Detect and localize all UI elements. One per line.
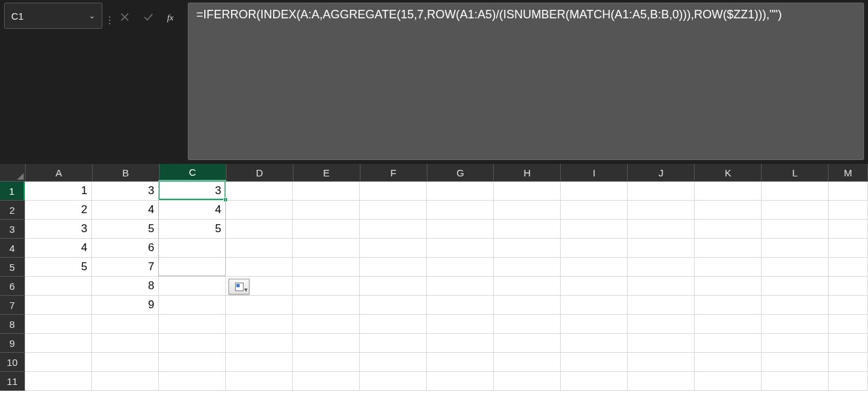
cell-D10[interactable] bbox=[226, 353, 293, 372]
cell-J2[interactable] bbox=[628, 201, 695, 220]
cell-M11[interactable] bbox=[829, 372, 868, 391]
cell-H9[interactable] bbox=[494, 334, 561, 353]
cell-G9[interactable] bbox=[427, 334, 494, 353]
cell-L3[interactable] bbox=[762, 220, 829, 239]
cell-F6[interactable] bbox=[360, 277, 427, 296]
cell-M1[interactable] bbox=[829, 182, 868, 201]
cell-H7[interactable] bbox=[494, 296, 561, 315]
column-header-f[interactable]: F bbox=[360, 164, 427, 181]
row-header-7[interactable]: 7 bbox=[0, 296, 25, 315]
cell-D4[interactable] bbox=[226, 239, 293, 258]
cell-H8[interactable] bbox=[494, 315, 561, 334]
cell-G6[interactable] bbox=[427, 277, 494, 296]
cell-A10[interactable] bbox=[25, 353, 92, 372]
cell-G10[interactable] bbox=[427, 353, 494, 372]
cell-C2[interactable]: 4 bbox=[159, 201, 226, 220]
cell-M9[interactable] bbox=[829, 334, 868, 353]
cell-A5[interactable]: 5 bbox=[25, 258, 92, 277]
cell-F8[interactable] bbox=[360, 315, 427, 334]
cell-G2[interactable] bbox=[427, 201, 494, 220]
column-header-l[interactable]: L bbox=[762, 164, 829, 181]
cell-K8[interactable] bbox=[695, 315, 762, 334]
cell-J1[interactable] bbox=[628, 182, 695, 201]
cell-F9[interactable] bbox=[360, 334, 427, 353]
cell-A4[interactable]: 4 bbox=[25, 239, 92, 258]
cell-C11[interactable] bbox=[159, 372, 226, 391]
cell-M5[interactable] bbox=[829, 258, 868, 277]
cell-E5[interactable] bbox=[293, 258, 360, 277]
auto-fill-options-button[interactable]: ▾ bbox=[228, 279, 250, 294]
cell-L1[interactable] bbox=[762, 182, 829, 201]
cell-L10[interactable] bbox=[762, 353, 829, 372]
cell-D9[interactable] bbox=[226, 334, 293, 353]
cell-F5[interactable] bbox=[360, 258, 427, 277]
cancel-button[interactable] bbox=[113, 4, 137, 30]
cell-I2[interactable] bbox=[561, 201, 628, 220]
cell-A8[interactable] bbox=[25, 315, 92, 334]
cell-A11[interactable] bbox=[25, 372, 92, 391]
cell-F11[interactable] bbox=[360, 372, 427, 391]
cell-K5[interactable] bbox=[695, 258, 762, 277]
row-header-2[interactable]: 2 bbox=[0, 201, 25, 220]
cell-L9[interactable] bbox=[762, 334, 829, 353]
cell-E1[interactable] bbox=[293, 182, 360, 201]
cell-D1[interactable] bbox=[226, 182, 293, 201]
cell-G11[interactable] bbox=[427, 372, 494, 391]
cell-I1[interactable] bbox=[561, 182, 628, 201]
cell-K2[interactable] bbox=[695, 201, 762, 220]
cell-H11[interactable] bbox=[494, 372, 561, 391]
cell-E2[interactable] bbox=[293, 201, 360, 220]
cell-B3[interactable]: 5 bbox=[92, 220, 159, 239]
select-all-corner[interactable] bbox=[0, 164, 26, 181]
row-header-4[interactable]: 4 bbox=[0, 239, 25, 258]
cell-B11[interactable] bbox=[92, 372, 159, 391]
formula-input[interactable] bbox=[188, 3, 864, 160]
cell-G8[interactable] bbox=[427, 315, 494, 334]
cell-C9[interactable] bbox=[159, 334, 226, 353]
cell-G3[interactable] bbox=[427, 220, 494, 239]
cell-D8[interactable] bbox=[226, 315, 293, 334]
cell-H1[interactable] bbox=[494, 182, 561, 201]
cell-B9[interactable] bbox=[92, 334, 159, 353]
cell-K6[interactable] bbox=[695, 277, 762, 296]
cell-F7[interactable] bbox=[360, 296, 427, 315]
cell-J5[interactable] bbox=[628, 258, 695, 277]
cell-A6[interactable] bbox=[25, 277, 92, 296]
cell-G4[interactable] bbox=[427, 239, 494, 258]
cell-C3[interactable]: 5 bbox=[159, 220, 226, 239]
cell-C4[interactable] bbox=[159, 239, 226, 258]
cell-J11[interactable] bbox=[628, 372, 695, 391]
cell-G5[interactable] bbox=[427, 258, 494, 277]
cell-J7[interactable] bbox=[628, 296, 695, 315]
cell-A3[interactable]: 3 bbox=[25, 220, 92, 239]
cell-M8[interactable] bbox=[829, 315, 868, 334]
cell-E11[interactable] bbox=[293, 372, 360, 391]
cell-D5[interactable] bbox=[226, 258, 293, 277]
cell-M10[interactable] bbox=[829, 353, 868, 372]
cell-I5[interactable] bbox=[561, 258, 628, 277]
column-header-e[interactable]: E bbox=[293, 164, 360, 181]
cell-B8[interactable] bbox=[92, 315, 159, 334]
column-header-j[interactable]: J bbox=[628, 164, 695, 181]
cell-H4[interactable] bbox=[494, 239, 561, 258]
cell-I6[interactable] bbox=[561, 277, 628, 296]
cell-E7[interactable] bbox=[293, 296, 360, 315]
cell-B4[interactable]: 6 bbox=[92, 239, 159, 258]
cell-K1[interactable] bbox=[695, 182, 762, 201]
cell-F2[interactable] bbox=[360, 201, 427, 220]
cell-L7[interactable] bbox=[762, 296, 829, 315]
cell-L2[interactable] bbox=[762, 201, 829, 220]
cell-C6[interactable] bbox=[159, 277, 226, 296]
cell-M3[interactable] bbox=[829, 220, 868, 239]
cell-I7[interactable] bbox=[561, 296, 628, 315]
cell-B1[interactable]: 3 bbox=[92, 182, 159, 201]
cell-E8[interactable] bbox=[293, 315, 360, 334]
cell-H6[interactable] bbox=[494, 277, 561, 296]
cell-I11[interactable] bbox=[561, 372, 628, 391]
cell-I4[interactable] bbox=[561, 239, 628, 258]
cell-L11[interactable] bbox=[762, 372, 829, 391]
row-header-1[interactable]: 1 bbox=[0, 182, 25, 201]
cell-I8[interactable] bbox=[561, 315, 628, 334]
column-header-i[interactable]: I bbox=[561, 164, 628, 181]
vertical-grip-icon[interactable] bbox=[106, 3, 113, 29]
